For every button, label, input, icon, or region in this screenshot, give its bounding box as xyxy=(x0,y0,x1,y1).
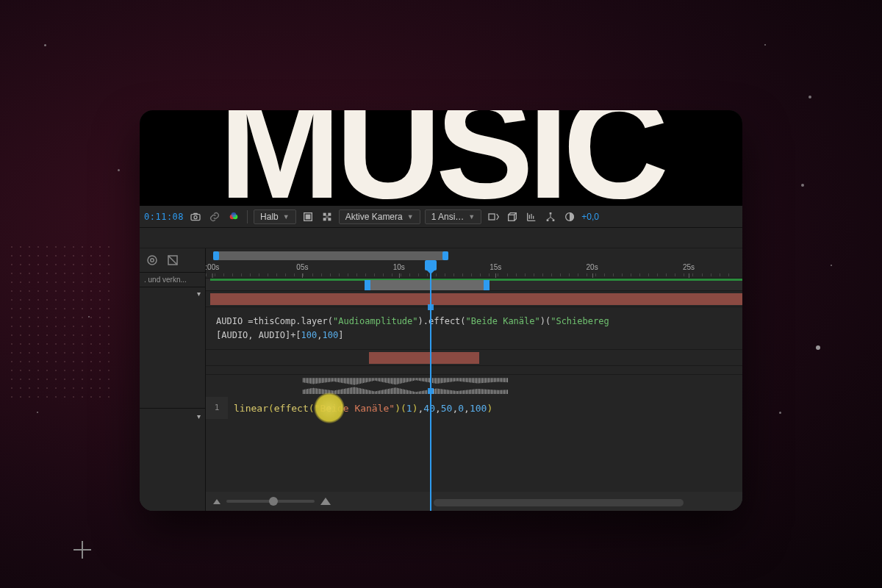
work-area-bar[interactable] xyxy=(213,251,448,260)
expr-text: )( xyxy=(540,316,551,326)
svg-rect-15 xyxy=(547,219,549,221)
svg-point-19 xyxy=(151,259,154,262)
snapshot-icon[interactable] xyxy=(188,209,203,224)
star xyxy=(44,44,46,46)
expr-text: AUDIO =thisComp.layer( xyxy=(216,316,333,326)
guides-icon[interactable] xyxy=(524,209,539,224)
star xyxy=(808,96,811,98)
svg-rect-6 xyxy=(306,215,309,218)
views-value: 1 Ansi… xyxy=(431,212,465,222)
zoom-out-mountain-icon[interactable] xyxy=(213,499,220,504)
segment-end-handle[interactable] xyxy=(484,280,490,290)
work-area-end-handle[interactable] xyxy=(442,251,448,260)
code-number: 1 xyxy=(406,403,412,414)
code-punct: , xyxy=(435,403,441,414)
current-timecode[interactable]: 0:11:08 xyxy=(144,212,184,222)
crosshair-icon xyxy=(74,541,91,559)
star xyxy=(88,316,90,318)
expression-code-line[interactable]: linear(effect("Beide Kanäle")(1),40,50,0… xyxy=(234,403,492,414)
code-punct: ) xyxy=(395,403,401,414)
svg-point-1 xyxy=(194,215,197,218)
audio-waveform-track[interactable] xyxy=(206,375,742,397)
expr-string: "Audioamplitude" xyxy=(333,316,418,326)
waveform-icon xyxy=(303,378,509,387)
ruler-tick: 05s xyxy=(296,263,308,271)
ruler-tick: :00s xyxy=(206,263,219,271)
ruler-tick: 15s xyxy=(490,263,501,271)
expr-string: "Schiebereg xyxy=(551,316,609,326)
layer-clip[interactable] xyxy=(210,293,742,305)
code-punct: ( xyxy=(268,403,274,414)
views-dropdown[interactable]: 1 Ansi… ▼ xyxy=(425,209,482,224)
layer-collapse-chevron[interactable]: ▾ xyxy=(197,290,201,298)
expr-text: ).effect( xyxy=(418,316,466,326)
track-area: AUDIO =thisComp.layer("Audioamplitude").… xyxy=(206,278,742,511)
roi-icon[interactable] xyxy=(301,209,315,224)
work-area-strip[interactable] xyxy=(206,278,742,291)
zoom-slider[interactable] xyxy=(226,500,315,503)
code-number: 50 xyxy=(441,403,453,414)
active-camera-dropdown[interactable]: Aktive Kamera ▼ xyxy=(339,209,420,224)
star xyxy=(764,44,766,46)
panel-gap xyxy=(140,228,742,248)
star xyxy=(831,265,832,266)
click-highlight-icon xyxy=(314,392,345,423)
svg-rect-11 xyxy=(328,218,331,220)
expression-display: AUDIO =thisComp.layer("Audioamplitude").… xyxy=(206,307,742,350)
shy-layers-icon[interactable] xyxy=(146,254,159,267)
empty-track xyxy=(206,366,742,375)
expr-text: ] xyxy=(338,330,343,340)
flowchart-icon[interactable] xyxy=(543,209,558,224)
chevron-down-icon: ▼ xyxy=(283,213,290,220)
horizontal-scrollbar[interactable] xyxy=(434,499,684,506)
chevron-down-icon: ▼ xyxy=(468,213,475,220)
playhead-marker xyxy=(428,304,434,310)
transparency-grid-icon[interactable] xyxy=(320,209,334,224)
composition-title: MUSIC xyxy=(219,110,663,206)
svg-rect-0 xyxy=(191,214,200,220)
star xyxy=(779,412,781,414)
timeline-bottom-bar xyxy=(206,492,742,511)
app-window: MUSIC 0:11:08 Halb ▼ Aktive Kamera ▼ 1 A… xyxy=(140,110,742,511)
exposure-value[interactable]: +0,0 xyxy=(581,212,599,222)
layer-collapse-chevron[interactable]: ▾ xyxy=(197,412,201,420)
channels-icon[interactable] xyxy=(226,209,241,224)
svg-point-18 xyxy=(148,256,157,265)
ruler-tick: 20s xyxy=(587,263,598,271)
ruler-tick: 25s xyxy=(683,263,695,271)
fast-preview-icon[interactable] xyxy=(486,209,501,224)
expr-number: 100 xyxy=(323,330,339,340)
resolution-dropdown[interactable]: Halb ▼ xyxy=(254,209,296,224)
star xyxy=(801,184,804,187)
work-area-start-handle[interactable] xyxy=(213,251,219,260)
time-ruler[interactable]: :00s05s10s15s20s25s xyxy=(206,263,742,278)
exposure-reset-icon[interactable] xyxy=(562,209,577,224)
svg-rect-13 xyxy=(509,215,514,220)
svg-rect-10 xyxy=(323,218,326,220)
layer-track-1[interactable] xyxy=(206,291,742,307)
star xyxy=(816,345,820,350)
frame-blend-icon[interactable] xyxy=(166,254,179,267)
star xyxy=(118,169,120,171)
work-area-segment[interactable] xyxy=(365,280,490,290)
timeline-panel: . und verkn... ▾ ▾ :00s05s10s15s20s25s xyxy=(140,248,742,511)
expression-editor[interactable]: 1 linear(effect("Beide Kanäle")(1),40,50… xyxy=(206,397,742,419)
layer-track-2[interactable] xyxy=(206,350,742,366)
timeline-tracks[interactable]: :00s05s10s15s20s25s xyxy=(206,248,742,511)
layer-clip[interactable] xyxy=(369,352,479,364)
playhead-marker xyxy=(428,388,434,394)
preview-toolbar: 0:11:08 Halb ▼ Aktive Kamera ▼ 1 Ansi… ▼ xyxy=(140,206,742,228)
zoom-in-mountain-icon[interactable] xyxy=(320,498,331,505)
chevron-down-icon: ▼ xyxy=(407,213,414,220)
expr-text: , xyxy=(317,330,322,340)
segment-start-handle[interactable] xyxy=(365,280,370,290)
expr-number: 100 xyxy=(301,330,318,340)
code-function: effect xyxy=(274,403,309,414)
code-function: linear xyxy=(234,403,268,414)
svg-rect-14 xyxy=(550,212,552,215)
svg-rect-16 xyxy=(553,219,555,221)
toolbar-separator xyxy=(247,210,248,223)
3d-view-icon[interactable] xyxy=(505,209,520,224)
link-icon[interactable] xyxy=(207,209,222,224)
zoom-slider-knob[interactable] xyxy=(269,497,278,506)
